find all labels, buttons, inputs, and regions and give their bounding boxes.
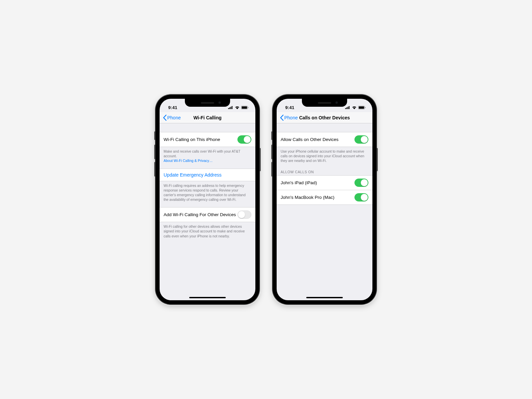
svg-rect-2 xyxy=(230,107,231,109)
wifi-calling-toggle-row[interactable]: Wi-Fi Calling on This iPhone xyxy=(160,132,255,147)
device-row-macbook[interactable]: John's MacBook Pro (Mac) xyxy=(277,190,372,205)
home-indicator[interactable] xyxy=(306,297,343,298)
notch xyxy=(185,99,230,107)
add-wifi-calling-other-row[interactable]: Add Wi-Fi Calling For Other Devices xyxy=(160,207,255,222)
volume-up-button xyxy=(271,145,273,159)
volume-up-button xyxy=(154,145,156,159)
chevron-left-icon xyxy=(280,115,284,121)
home-indicator[interactable] xyxy=(189,297,226,298)
front-camera xyxy=(335,101,338,104)
allow-calls-other-row[interactable]: Allow Calls on Other Devices xyxy=(277,132,372,147)
status-time: 9:41 xyxy=(168,105,177,110)
row-footer: Use your iPhone cellular account to make… xyxy=(277,147,372,165)
back-label: Phone xyxy=(284,115,298,120)
side-button xyxy=(259,148,261,171)
settings-list: Wi-Fi Calling on This iPhone Make and re… xyxy=(160,123,255,240)
nav-bar: Phone Wi-Fi Calling xyxy=(160,112,255,123)
back-button[interactable]: Phone xyxy=(279,112,299,123)
notch xyxy=(302,99,347,107)
row-footer: Wi-Fi calling requires an address to hel… xyxy=(160,181,255,203)
volume-down-button xyxy=(271,162,273,177)
svg-rect-3 xyxy=(232,106,232,109)
svg-rect-0 xyxy=(228,108,229,109)
mute-switch xyxy=(154,131,156,140)
battery-icon xyxy=(241,106,249,109)
phone-frame-left: 9:41 Phone Wi-Fi Calling xyxy=(156,95,259,304)
nav-bar: Phone Calls on Other Devices xyxy=(277,112,372,123)
row-footer: Wi-Fi calling for other devices allows o… xyxy=(160,222,255,240)
screen-left: 9:41 Phone Wi-Fi Calling xyxy=(160,99,255,300)
svg-rect-1 xyxy=(229,107,230,109)
side-button xyxy=(376,148,378,171)
front-camera xyxy=(218,101,221,104)
svg-rect-9 xyxy=(347,107,348,109)
allow-calls-other-toggle[interactable] xyxy=(354,135,368,144)
row-label: John's MacBook Pro (Mac) xyxy=(281,195,334,200)
row-label: Add Wi-Fi Calling For Other Devices xyxy=(164,212,236,217)
device-toggle-macbook[interactable] xyxy=(354,193,368,201)
speaker xyxy=(318,102,331,104)
svg-rect-12 xyxy=(359,106,364,109)
page-title: Calls on Other Devices xyxy=(299,115,350,120)
device-toggle-ipad[interactable] xyxy=(354,179,368,187)
update-emergency-address-row[interactable]: Update Emergency Address xyxy=(160,169,255,181)
mute-switch xyxy=(271,131,273,140)
svg-rect-8 xyxy=(346,107,347,109)
cellular-icon xyxy=(228,106,233,109)
svg-rect-5 xyxy=(242,106,247,109)
svg-rect-7 xyxy=(345,108,346,109)
screen-right: 9:41 Phone Calls on Other Devices xyxy=(277,99,372,300)
about-privacy-link[interactable]: About Wi-Fi Calling & Privacy… xyxy=(164,159,213,163)
status-time: 9:41 xyxy=(285,105,294,110)
svg-rect-10 xyxy=(349,106,349,109)
speaker xyxy=(201,102,214,104)
wifi-calling-toggle[interactable] xyxy=(237,135,251,144)
back-button[interactable]: Phone xyxy=(162,112,182,123)
phone-frame-right: 9:41 Phone Calls on Other Devices xyxy=(273,95,376,304)
row-label: John's iPad (iPad) xyxy=(281,180,317,185)
svg-rect-6 xyxy=(248,107,249,108)
add-wifi-calling-other-toggle[interactable] xyxy=(237,210,251,219)
row-label: Wi-Fi Calling on This iPhone xyxy=(164,137,220,142)
wifi-icon xyxy=(352,106,357,109)
svg-rect-13 xyxy=(365,107,366,108)
settings-list: Allow Calls on Other Devices Use your iP… xyxy=(277,123,372,205)
row-label: Allow Calls on Other Devices xyxy=(281,137,338,142)
cellular-icon xyxy=(345,106,350,109)
volume-down-button xyxy=(154,162,156,177)
page-title: Wi-Fi Calling xyxy=(194,115,222,120)
chevron-left-icon xyxy=(163,115,167,121)
wifi-icon xyxy=(235,106,240,109)
back-label: Phone xyxy=(167,115,181,120)
device-row-ipad[interactable]: John's iPad (iPad) xyxy=(277,175,372,190)
row-footer: Make and receive calls over Wi-Fi with y… xyxy=(160,147,255,165)
battery-icon xyxy=(358,106,366,109)
row-label: Update Emergency Address xyxy=(164,172,221,178)
section-header: Allow Calls On xyxy=(277,165,372,175)
